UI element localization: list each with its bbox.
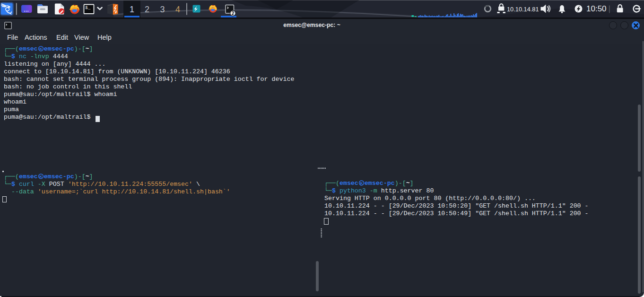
svg-text:K: K xyxy=(360,181,363,185)
svg-text:10.10.14.81: 10.10.14.81 xyxy=(507,6,539,13)
svg-text:1: 1 xyxy=(130,5,134,14)
svg-text:$_: $_ xyxy=(85,5,91,10)
svg-text:4: 4 xyxy=(175,5,180,14)
svg-text:K: K xyxy=(39,46,42,51)
svg-text:10:50: 10:50 xyxy=(586,4,607,13)
svg-text:3: 3 xyxy=(160,5,165,14)
svg-text:2: 2 xyxy=(232,11,235,16)
svg-text:2: 2 xyxy=(145,5,149,14)
svg-text:K: K xyxy=(39,174,42,178)
